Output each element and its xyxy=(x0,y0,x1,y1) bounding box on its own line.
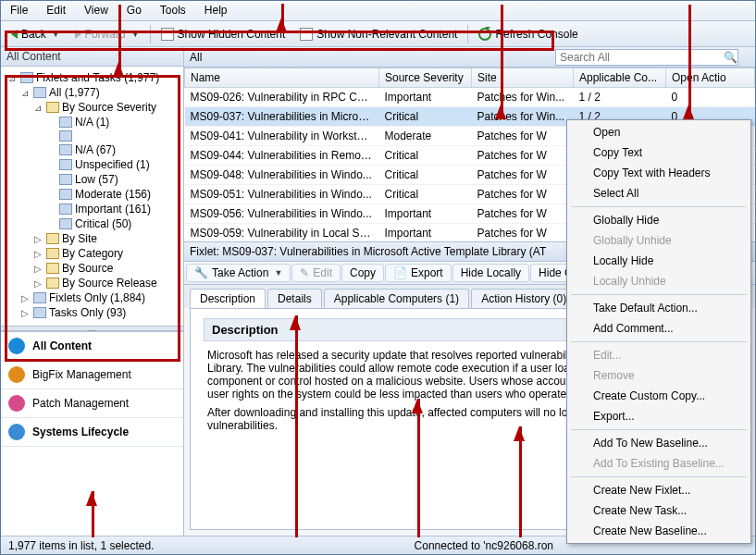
domain-list: All ContentBigFix ManagementPatch Manage… xyxy=(1,331,183,447)
menu-help[interactable]: Help xyxy=(195,1,237,20)
context-menu-item[interactable]: Copy Text with Headers xyxy=(569,163,749,183)
tree-item[interactable]: ▷By Source Release xyxy=(3,276,181,290)
menu-separator xyxy=(571,429,747,430)
hide-locally-button[interactable]: Hide Locally xyxy=(452,264,529,282)
show-nonrelevant-button[interactable]: Show Non-Relevant Content xyxy=(293,25,464,43)
domain-item[interactable]: Patch Management xyxy=(1,389,183,418)
edit-button[interactable]: ✎ Edit xyxy=(291,264,341,282)
context-menu-item: Remove xyxy=(569,365,749,386)
status-connection: Connected to 'nc926068.ron xyxy=(415,539,553,552)
copy-button[interactable]: Copy xyxy=(341,264,384,282)
export-button[interactable]: 📄 Export xyxy=(385,264,452,282)
dropdown-icon: ▼ xyxy=(131,30,140,39)
menu-tools[interactable]: Tools xyxy=(151,1,195,20)
arrow-right-icon xyxy=(75,30,81,39)
menu-file[interactable]: File xyxy=(1,1,37,20)
tree-item[interactable]: Important (161) xyxy=(3,202,181,216)
toolbar: Back▼ Forward▼ Show Hidden Content Show … xyxy=(1,21,755,47)
context-menu-item[interactable]: Copy Text xyxy=(569,142,749,163)
tab-details[interactable]: Details xyxy=(267,289,322,308)
context-menu-item[interactable]: Locally Hide xyxy=(569,251,749,271)
tree-item[interactable] xyxy=(3,130,181,142)
tree-item[interactable]: Unspecified (1) xyxy=(3,157,181,172)
tree-item[interactable]: ⊿All (1,977) xyxy=(3,85,181,100)
arrow-left-icon xyxy=(11,30,18,39)
list-header: All 🔍 xyxy=(184,47,755,68)
nav-header: All Content xyxy=(1,47,183,67)
col-severity[interactable]: Source Severity xyxy=(379,68,472,88)
context-menu-item[interactable]: Create New Fixlet... xyxy=(569,480,749,500)
navigation-panel: All Content ⊿Fixlets and Tasks (1,977)⊿A… xyxy=(1,47,184,536)
menu-edit[interactable]: Edit xyxy=(37,1,75,20)
col-applicable[interactable]: Applicable Co... xyxy=(574,68,666,88)
col-name[interactable]: Name xyxy=(185,68,379,88)
col-open-actions[interactable]: Open Actio xyxy=(666,68,755,88)
context-menu-item: Add To Existing Baseline... xyxy=(569,453,749,474)
status-count: 1,977 items in list, 1 selected. xyxy=(8,539,154,552)
tree-item[interactable]: ▷Fixlets Only (1,884) xyxy=(3,290,181,305)
context-menu-item: Globally Unhide xyxy=(569,230,749,251)
list-header-label: All xyxy=(184,48,207,67)
tree-item[interactable]: ▷By Site xyxy=(3,231,181,246)
table-row[interactable]: MS09-026: Vulnerability in RPC Coul...Im… xyxy=(185,88,755,107)
tree-item[interactable]: ▷Tasks Only (93) xyxy=(3,305,181,320)
context-menu-item[interactable]: Create Custom Copy... xyxy=(569,386,749,406)
forward-button[interactable]: Forward▼ xyxy=(68,25,146,43)
menubar: File Edit View Go Tools Help xyxy=(1,1,755,21)
separator xyxy=(467,25,468,43)
tree-item[interactable]: Low (57) xyxy=(3,172,181,187)
menu-separator xyxy=(571,341,747,342)
back-button[interactable]: Back▼ xyxy=(5,25,67,43)
tree-item[interactable]: Moderate (156) xyxy=(3,187,181,202)
document-icon xyxy=(300,28,313,41)
take-action-button[interactable]: 🔧 Take Action ▼ xyxy=(186,264,291,282)
refresh-icon xyxy=(478,28,491,41)
domain-icon xyxy=(8,395,25,412)
menu-separator xyxy=(571,294,747,295)
refresh-button[interactable]: Refresh Console xyxy=(472,25,584,43)
tree-item[interactable]: N/A (67) xyxy=(3,142,181,157)
show-hidden-button[interactable]: Show Hidden Content xyxy=(155,25,292,43)
domain-icon xyxy=(8,338,25,354)
tree-item[interactable]: Critical (50) xyxy=(3,216,181,231)
context-menu-item[interactable]: Create New Task... xyxy=(569,500,749,521)
context-menu-item[interactable]: Add Comment... xyxy=(569,318,749,339)
col-site[interactable]: Site xyxy=(472,68,574,88)
search-box[interactable]: 🔍 xyxy=(555,49,738,66)
context-menu-item: Locally Unhide xyxy=(569,271,749,291)
tree-item[interactable]: N/A (1) xyxy=(3,115,181,130)
tree-item[interactable]: ▷By Category xyxy=(3,246,181,261)
tab-history[interactable]: Action History (0) xyxy=(471,289,576,308)
domain-item[interactable]: Systems Lifecycle xyxy=(1,418,183,447)
context-menu-item[interactable]: Export... xyxy=(569,406,749,426)
separator xyxy=(150,25,151,43)
menu-separator xyxy=(571,206,747,207)
domain-item[interactable]: BigFix Management xyxy=(1,361,183,389)
context-menu[interactable]: OpenCopy TextCopy Text with HeadersSelec… xyxy=(566,119,751,544)
menu-go[interactable]: Go xyxy=(118,1,151,20)
context-menu-item: Edit... xyxy=(569,345,749,365)
context-menu-item[interactable]: Take Default Action... xyxy=(569,298,749,318)
tree-item[interactable]: ⊿By Source Severity xyxy=(3,100,181,115)
dropdown-icon: ▼ xyxy=(52,30,60,39)
context-menu-item[interactable]: Select All xyxy=(569,183,749,204)
menu-separator xyxy=(571,476,747,477)
menu-view[interactable]: View xyxy=(75,1,118,20)
tab-applicable[interactable]: Applicable Computers (1) xyxy=(324,289,469,308)
domain-item[interactable]: All Content xyxy=(1,332,183,361)
tree-item[interactable]: ▷By Source xyxy=(3,261,181,276)
nav-tree[interactable]: ⊿Fixlets and Tasks (1,977)⊿All (1,977)⊿B… xyxy=(1,67,183,326)
document-icon xyxy=(161,28,174,41)
context-menu-item[interactable]: Add To New Baseline... xyxy=(569,433,749,453)
tab-description[interactable]: Description xyxy=(190,289,266,308)
context-menu-item[interactable]: Open xyxy=(569,122,749,142)
context-menu-item[interactable]: Create New Baseline... xyxy=(569,521,749,541)
domain-icon xyxy=(8,366,25,383)
tree-item[interactable]: ⊿Fixlets and Tasks (1,977) xyxy=(3,70,181,85)
domain-icon xyxy=(8,424,25,440)
search-icon[interactable]: 🔍 xyxy=(723,51,737,64)
context-menu-item[interactable]: Globally Hide xyxy=(569,210,749,230)
search-input[interactable] xyxy=(556,50,723,65)
